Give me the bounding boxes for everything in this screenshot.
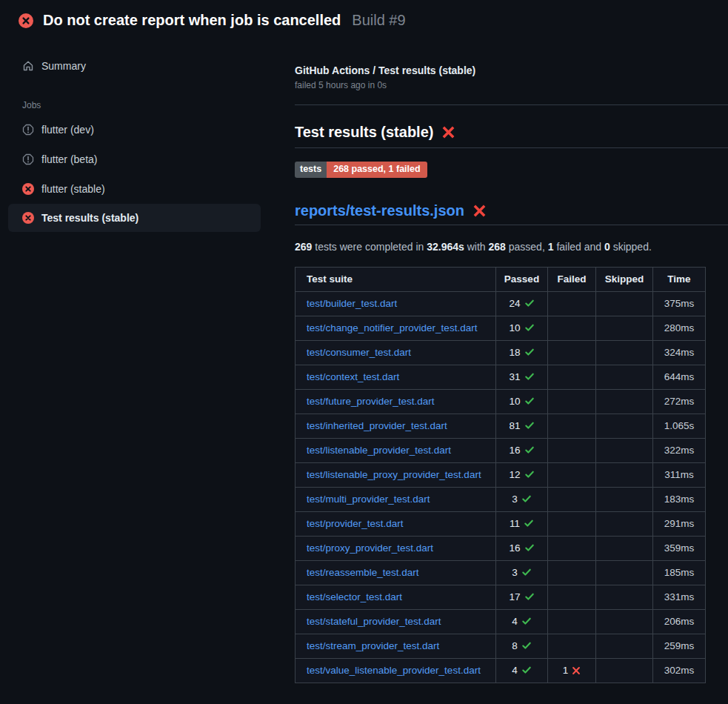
skipped-cell (596, 536, 653, 560)
passed-cell: 17 (496, 585, 548, 609)
table-row: test/value_listenable_provider_test.dart… (295, 658, 706, 683)
skipped-cell (596, 438, 653, 462)
table-row: test/selector_test.dart17331ms (295, 585, 706, 609)
skipped-cell (596, 291, 653, 316)
skipped-cell (596, 609, 653, 634)
test-suite-link[interactable]: test/inherited_provider_test.dart (307, 420, 447, 431)
suite-cell: test/multi_provider_test.dart (295, 487, 496, 511)
check-icon (521, 420, 535, 431)
sidebar-item-flutter-dev[interactable]: flutter (dev) (8, 115, 261, 145)
passed-cell: 4 (496, 609, 548, 634)
failed-cell (548, 560, 596, 585)
summary-passed: 268 (489, 241, 506, 253)
test-suite-link[interactable]: test/listenable_provider_test.dart (307, 445, 451, 456)
tests-badge: tests 268 passed, 1 failed (295, 162, 427, 178)
test-suite-link[interactable]: test/reassemble_test.dart (307, 567, 419, 578)
time-cell: 375ms (653, 291, 706, 316)
section-title-text: Test results (stable) (295, 124, 433, 141)
test-suite-link[interactable]: test/provider_test.dart (307, 518, 404, 529)
table-row: test/change_notifier_provider_test.dart1… (295, 316, 706, 340)
column-header-suite: Test suite (295, 267, 496, 291)
check-icon (520, 518, 534, 529)
suite-cell: test/value_listenable_provider_test.dart (295, 658, 496, 683)
report-title-link[interactable]: reports/test-results.json (295, 202, 464, 219)
sidebar-item-flutter-stable[interactable]: flutter (stable) (8, 174, 261, 204)
suite-cell: test/listenable_provider_test.dart (295, 438, 496, 462)
run-build-number: Build #9 (352, 12, 405, 29)
test-suite-link[interactable]: test/stateful_provider_test.dart (307, 616, 441, 627)
sidebar-item-summary[interactable]: Summary (8, 51, 261, 81)
table-row: test/context_test.dart31644ms (295, 365, 706, 389)
column-header-time: Time (653, 267, 706, 291)
failed-cell (548, 389, 596, 414)
sidebar-item-test-results-stable[interactable]: Test results (stable) (8, 204, 261, 232)
table-row: test/future_provider_test.dart10272ms (295, 389, 706, 414)
sidebar: Summary Jobs flutter (dev)flutter (beta)… (0, 29, 295, 233)
test-suite-link[interactable]: test/consumer_test.dart (307, 347, 411, 358)
check-icon (521, 591, 535, 602)
skipped-cell (596, 462, 653, 487)
cross-icon (441, 125, 455, 139)
test-suite-link[interactable]: test/context_test.dart (307, 371, 399, 382)
passed-cell: 4 (496, 658, 548, 683)
column-header-passed: Passed (496, 267, 548, 291)
skipped-cell (596, 389, 653, 414)
table-row: test/reassemble_test.dart3185ms (295, 560, 706, 585)
passed-cell: 31 (496, 365, 548, 389)
sidebar-item-flutter-beta[interactable]: flutter (beta) (8, 145, 261, 174)
test-suite-link[interactable]: test/builder_test.dart (307, 298, 397, 309)
passed-cell: 81 (496, 414, 548, 438)
failed-cell (548, 438, 596, 462)
suite-cell: test/proxy_provider_test.dart (295, 536, 496, 560)
passed-cell: 16 (496, 438, 548, 462)
failed-cell (548, 462, 596, 487)
test-suite-link[interactable]: test/stream_provider_test.dart (307, 640, 439, 651)
table-row: test/multi_provider_test.dart3183ms (295, 487, 706, 511)
suite-cell: test/consumer_test.dart (295, 340, 496, 365)
suite-cell: test/builder_test.dart (295, 291, 496, 316)
failed-cell (548, 291, 596, 316)
time-cell: 291ms (653, 511, 706, 536)
section-title: Test results (stable) (295, 124, 728, 148)
cross-icon (568, 665, 581, 676)
column-header-failed: Failed (548, 267, 596, 291)
test-suite-link[interactable]: test/proxy_provider_test.dart (307, 542, 433, 554)
test-suite-link[interactable]: test/multi_provider_test.dart (307, 494, 430, 505)
table-header-row: Test suitePassedFailedSkippedTime (295, 267, 706, 291)
test-suite-link[interactable]: test/value_listenable_provider_test.dart (307, 665, 481, 676)
table-row: test/consumer_test.dart18324ms (295, 340, 706, 365)
suite-cell: test/context_test.dart (295, 365, 496, 389)
failed-cell: 1 (548, 658, 596, 683)
suite-cell: test/inherited_provider_test.dart (295, 414, 496, 438)
breadcrumb: GitHub Actions / Test results (stable) (295, 64, 728, 76)
test-suite-link[interactable]: test/change_notifier_provider_test.dart (307, 322, 477, 333)
suite-cell: test/selector_test.dart (295, 585, 496, 609)
time-cell: 259ms (653, 634, 706, 658)
report-title: reports/test-results.json (295, 202, 728, 225)
failed-cell (548, 634, 596, 658)
main-content: GitHub Actions / Test results (stable) f… (295, 29, 728, 683)
table-row: test/stateful_provider_test.dart4206ms (295, 609, 706, 634)
test-suite-link[interactable]: test/listenable_proxy_provider_test.dart (307, 469, 481, 480)
summary-total: 269 (295, 241, 312, 253)
skipped-cell (596, 560, 653, 585)
x-circle-icon (22, 183, 34, 195)
passed-cell: 10 (496, 389, 548, 414)
check-icon (518, 616, 532, 627)
time-cell: 1.065s (653, 414, 706, 438)
check-icon (521, 298, 535, 309)
check-icon (521, 322, 535, 333)
check-icon (521, 396, 535, 407)
badge-label: tests (295, 162, 327, 178)
stop-icon (22, 153, 34, 165)
test-suite-link[interactable]: test/future_provider_test.dart (307, 396, 435, 407)
stop-icon (22, 124, 34, 136)
test-suite-link[interactable]: test/selector_test.dart (307, 591, 402, 602)
suite-cell: test/change_notifier_provider_test.dart (295, 316, 496, 340)
passed-cell: 18 (496, 340, 548, 365)
check-icon (521, 445, 535, 456)
summary-duration: 32.964s (427, 241, 464, 253)
time-cell: 185ms (653, 560, 706, 585)
sidebar-jobs: flutter (dev)flutter (beta)flutter (stab… (0, 115, 295, 232)
sidebar-summary-label: Summary (41, 60, 86, 72)
